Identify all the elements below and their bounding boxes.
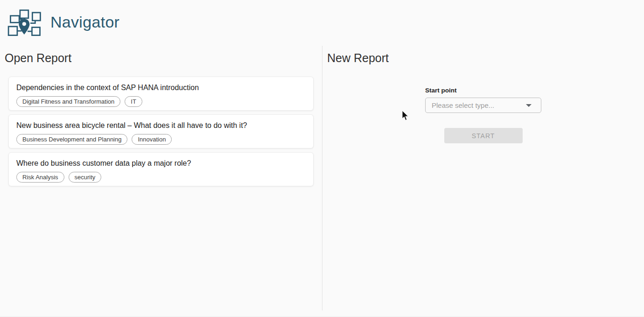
report-list: Dependencies in the context of SAP HANA … (8, 77, 314, 186)
report-title: Where do business customer data play a m… (16, 159, 306, 168)
start-button[interactable]: START (444, 128, 523, 143)
navigator-logo-icon (4, 7, 44, 40)
report-card[interactable]: New business area bicycle rental – What … (8, 114, 314, 148)
chevron-down-icon (526, 104, 532, 107)
tag-chip: Digital Fitness and Transformation (16, 96, 120, 107)
tag-list: Digital Fitness and Transformation IT (16, 96, 306, 107)
report-title: Dependencies in the context of SAP HANA … (16, 83, 306, 92)
open-report-heading: Open Report (5, 51, 322, 64)
new-report-heading: New Report (327, 51, 644, 64)
app-header: Navigator (0, 0, 644, 44)
start-point-placeholder: Please select type... (432, 101, 526, 109)
tag-list: Business Development and Planning Innova… (16, 134, 306, 145)
report-title: New business area bicycle rental – What … (16, 121, 306, 130)
tag-chip: Risk Analysis (16, 172, 64, 183)
report-card[interactable]: Dependencies in the context of SAP HANA … (8, 77, 314, 111)
start-point-select[interactable]: Please select type... (425, 98, 541, 113)
tag-chip: Innovation (132, 134, 172, 145)
report-card[interactable]: Where do business customer data play a m… (8, 152, 314, 186)
new-report-form: Start point Please select type... START (425, 87, 541, 143)
app-title: Navigator (50, 13, 119, 31)
app-page: Navigator Open Report Dependencies in th… (0, 0, 644, 317)
tag-chip: security (69, 172, 102, 183)
start-point-label: Start point (425, 87, 541, 94)
open-report-panel: Open Report Dependencies in the context … (0, 44, 322, 317)
tag-chip: IT (125, 96, 142, 107)
tag-list: Risk Analysis security (16, 172, 306, 183)
tag-chip: Business Development and Planning (16, 134, 127, 145)
new-report-panel: New Report Start point Please select typ… (322, 44, 644, 317)
